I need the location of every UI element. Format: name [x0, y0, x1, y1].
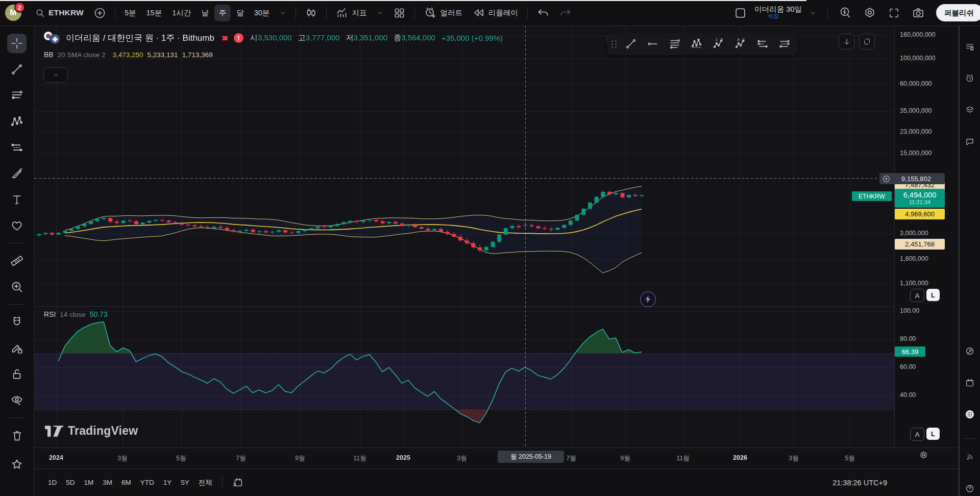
symbol-title[interactable]: 이더리움 / 대한민국 원 · 1주 · Bithumb	[66, 32, 214, 44]
interval-menu-button[interactable]	[275, 6, 291, 20]
chart-pane[interactable]: 이더리움 / 대한민국 원 · 1주 · Bithumb ! 시3,530,00…	[34, 26, 894, 448]
time-axis[interactable]: 20243월5월7월9월11월20253월7월9월11월20263월5월 월 2…	[34, 448, 959, 469]
interval-30m[interactable]: 30분	[250, 5, 275, 21]
float-xabcd-button[interactable]	[688, 35, 706, 53]
apps-grid-button[interactable]	[962, 407, 977, 422]
range-1y-button[interactable]: 1Y	[159, 476, 177, 489]
pattern-xabcd-tool-button[interactable]	[7, 112, 27, 131]
range-5d-button[interactable]: 5D	[61, 476, 79, 489]
magnet-mode-button[interactable]	[7, 312, 27, 332]
float-long-position-button[interactable]	[753, 35, 772, 53]
replay-button[interactable]: 리플레이	[468, 3, 523, 22]
redo-button[interactable]	[555, 3, 576, 22]
layout-menu-button[interactable]	[805, 6, 821, 20]
indicator-templates-button[interactable]	[372, 6, 388, 20]
alerts-panel-button[interactable]	[962, 70, 977, 86]
float-elliott-wave-button[interactable]: 15	[709, 35, 728, 53]
broadcast-button[interactable]	[962, 449, 977, 464]
maximize-pane-button[interactable]	[859, 34, 875, 49]
rsi-auto-scale-button[interactable]: A	[910, 428, 924, 441]
price-axis[interactable]: 160,000,000100,000,00060,000,00035,000,0…	[894, 26, 959, 448]
interval-1d[interactable]: 날	[197, 5, 213, 21]
plus-circle-icon[interactable]	[882, 175, 891, 183]
range-all-button[interactable]: 전체	[194, 475, 217, 490]
publish-button[interactable]: 퍼블리쉬	[936, 4, 980, 21]
settings-button[interactable]	[859, 3, 880, 22]
bottom-toolbar: 1D 5D 1M 3M 6M YTD 1Y 5Y 전체 21:38:26 UTC…	[34, 468, 959, 496]
zoom-in-tool-button[interactable]	[7, 277, 27, 296]
tradingview-logo-icon	[45, 426, 63, 437]
flagged-symbol-icon[interactable]	[219, 33, 229, 43]
measure-tool-button[interactable]	[7, 251, 27, 270]
symbol-search-button[interactable]: ETHKRW	[31, 5, 88, 21]
bb-indicator-legend[interactable]: BB 20 SMA close 2 3,473,250 5,233,131 1,…	[44, 51, 213, 59]
range-ytd-button[interactable]: YTD	[136, 476, 159, 489]
crosshair-tool-button[interactable]	[7, 34, 27, 53]
rsi-indicator-legend[interactable]: RSI 14 close 50.73	[44, 310, 108, 318]
axis-settings-gear-icon[interactable]	[919, 450, 928, 462]
interval-5m[interactable]: 5분	[120, 5, 141, 21]
object-tree-button[interactable]	[962, 102, 977, 117]
range-5y-button[interactable]: 5Y	[176, 476, 194, 489]
data-warning-icon[interactable]: !	[234, 33, 243, 43]
layout-name-button[interactable]: 이더리움 30일 저장	[754, 6, 802, 20]
range-3m-button[interactable]: 3M	[98, 476, 117, 489]
session-clock[interactable]: 21:38:26 UTC+9	[832, 469, 887, 496]
float-horizontal-line-button[interactable]	[644, 35, 662, 53]
price-chart-canvas[interactable]	[34, 26, 894, 448]
range-6m-button[interactable]: 6M	[117, 476, 136, 489]
watchlist-button[interactable]	[962, 39, 977, 54]
calendar-panel-button[interactable]	[962, 375, 977, 390]
prediction-position-tool-button[interactable]	[7, 138, 27, 157]
compare-add-symbol-button[interactable]	[89, 4, 110, 22]
price-gridline-label: 1,100,000	[900, 280, 928, 287]
chat-button[interactable]	[962, 134, 977, 149]
rsi-current-value-label: 66.39	[895, 346, 925, 357]
float-fib-button[interactable]	[666, 35, 684, 53]
snapshot-camera-button[interactable]	[908, 3, 929, 22]
favorites-star-button[interactable]	[7, 455, 27, 474]
alert-button[interactable]: 얼러트	[420, 3, 467, 22]
interval-1mo[interactable]: 달	[232, 5, 249, 21]
text-tool-button[interactable]	[7, 190, 27, 209]
interval-1w-selected[interactable]: 주	[214, 5, 231, 21]
user-avatar[interactable]: M 2	[5, 5, 21, 21]
auto-scale-button[interactable]: A	[910, 289, 924, 302]
scroll-to-latest-button[interactable]	[839, 34, 854, 49]
float-short-position-button[interactable]	[775, 35, 794, 53]
trend-line-tool-button[interactable]	[7, 60, 27, 79]
layout-select-button[interactable]	[729, 3, 751, 23]
quick-search-button[interactable]	[835, 3, 856, 22]
interval-1h[interactable]: 1시간	[167, 5, 195, 21]
remove-drawings-button[interactable]	[7, 426, 27, 445]
tradingview-watermark[interactable]: TradingView	[45, 424, 138, 438]
chart-style-button[interactable]	[301, 4, 322, 22]
save-status-label[interactable]: 저장	[768, 14, 779, 20]
float-trend-line-button[interactable]	[622, 35, 640, 53]
layout-grid-button[interactable]	[389, 4, 410, 22]
indicators-button[interactable]: 지표	[331, 3, 371, 22]
drag-handle-icon[interactable]	[611, 40, 617, 48]
brush-tool-button[interactable]	[7, 164, 27, 183]
streams-button[interactable]	[962, 343, 977, 359]
hide-all-drawings-button[interactable]	[7, 390, 27, 410]
range-1m-button[interactable]: 1M	[80, 476, 99, 489]
symbol-legend[interactable]: 이더리움 / 대한민국 원 · 1주 · Bithumb ! 시3,530,00…	[44, 32, 503, 44]
drawing-mode-lock-button[interactable]	[7, 338, 27, 358]
quick-trade-lightning-button[interactable]	[640, 291, 656, 307]
rsi-gridline-label: 100.00	[900, 307, 919, 314]
undo-button[interactable]	[532, 3, 554, 22]
range-1d-button[interactable]: 1D	[43, 476, 61, 489]
legend-collapse-button[interactable]	[43, 67, 68, 83]
fib-retracement-tool-button[interactable]	[7, 86, 27, 105]
help-button[interactable]	[962, 481, 977, 496]
lock-all-drawings-button[interactable]	[7, 364, 27, 384]
fullscreen-button[interactable]	[884, 4, 904, 22]
go-to-date-button[interactable]	[228, 474, 248, 491]
interval-15m[interactable]: 15분	[142, 5, 167, 21]
float-abc-pattern-button[interactable]: AC	[731, 35, 750, 53]
time-axis-label: 9월	[295, 454, 305, 463]
emoji-tool-button[interactable]	[7, 216, 27, 235]
log-scale-button[interactable]: L	[926, 289, 940, 301]
rsi-log-scale-button[interactable]: L	[926, 428, 940, 440]
